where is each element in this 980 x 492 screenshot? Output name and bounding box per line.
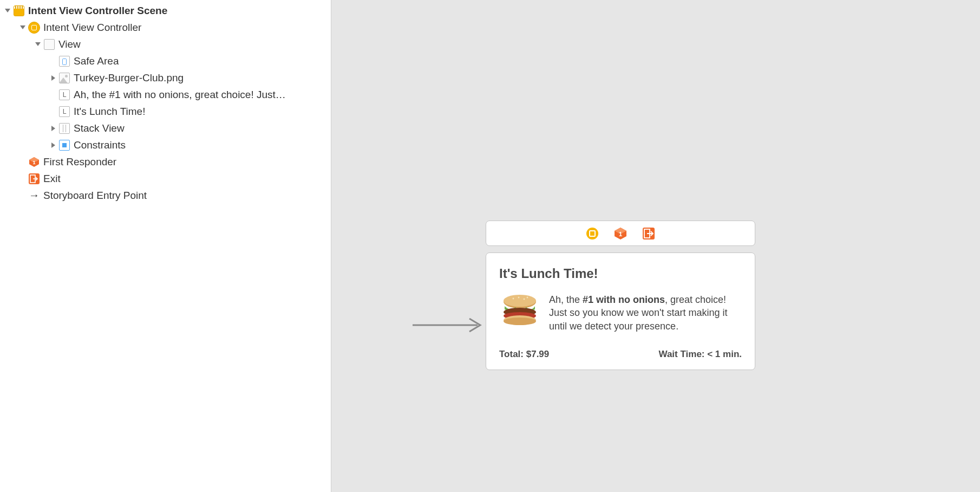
first-responder-icon: 1 [28,156,40,168]
disclosure-spacer [19,176,26,182]
disclosure-spacer [19,192,26,199]
label-icon: L [58,106,70,118]
disclosure-triangle-icon[interactable] [4,8,11,14]
tree-label: It's Lunch Time! [74,106,145,118]
tree-row-exit[interactable]: Exit [0,170,331,187]
disclosure-spacer [50,92,56,98]
burger-image [499,293,540,326]
total-label: Total: $7.99 [499,349,549,360]
tree-label: Intent View Controller [43,22,141,34]
tree-label: Safe Area [74,55,119,67]
exit-icon[interactable] [642,227,655,240]
preview-footer: Total: $7.99 Wait Time: < 1 min. [499,349,742,360]
imageview-icon [58,72,70,84]
intent-view-preview[interactable]: It's Lunch Time! Ah, the #1 [486,253,755,370]
tree-label: Intent View Controller Scene [28,5,167,17]
svg-point-5 [586,228,598,239]
tree-label: Constraints [74,139,126,151]
tree-row-label-1[interactable]: L Ah, the #1 with no onions, great choic… [0,86,331,103]
tree-row-scene[interactable]: Intent View Controller Scene [0,2,331,19]
view-icon [43,38,55,50]
scene-icon [13,5,25,17]
tree-row-stack-view[interactable]: Stack View [0,120,331,137]
tree-row-constraints[interactable]: Constraints [0,137,331,153]
scene-dock[interactable]: 1 [486,221,755,246]
tree-row-entry-point[interactable]: → Storyboard Entry Point [0,187,331,204]
preview-description: Ah, the #1 with no onions, great choice!… [549,293,742,333]
svg-point-21 [504,318,536,325]
storyboard-entry-arrow-icon[interactable] [413,314,488,336]
tree-row-label-2[interactable]: L It's Lunch Time! [0,103,331,120]
interface-builder-canvas[interactable]: 1 It's Lunch Time! [331,0,980,492]
svg-point-17 [527,297,528,299]
svg-text:1: 1 [619,231,622,237]
label-icon: L [58,89,70,101]
safe-area-icon [58,55,70,67]
svg-point-16 [524,299,525,300]
tree-label: Exit [43,173,61,185]
exit-icon [28,173,40,185]
tree-label: Storyboard Entry Point [43,190,147,202]
tree-label: First Responder [43,156,116,168]
disclosure-triangle-icon[interactable] [50,75,56,81]
tree-label: Stack View [74,122,125,134]
preview-body: Ah, the #1 with no onions, great choice!… [499,293,742,333]
svg-point-13 [504,295,536,307]
tree-row-image[interactable]: Turkey-Burger-Club.png [0,69,331,86]
view-controller-icon[interactable] [586,227,599,240]
constraints-icon [58,139,70,151]
tree-row-view[interactable]: View [0,36,331,53]
disclosure-triangle-icon[interactable] [19,24,26,31]
svg-point-15 [518,297,520,299]
tree-label: View [58,38,81,50]
view-controller-icon [28,22,40,34]
disclosure-triangle-icon[interactable] [50,142,56,148]
document-outline[interactable]: Intent View Controller Scene Intent View… [0,0,331,492]
svg-text:1: 1 [32,160,35,165]
tree-label: Turkey-Burger-Club.png [74,72,184,84]
svg-point-14 [513,298,514,300]
disclosure-spacer [50,58,56,64]
disclosure-triangle-icon[interactable] [35,41,41,48]
disclosure-spacer [50,108,56,115]
preview-title: It's Lunch Time! [499,266,742,281]
stackview-icon [58,122,70,134]
text-emphasis: #1 with no onions [583,294,665,305]
arrow-right-icon: → [28,190,40,202]
wait-time-label: Wait Time: < 1 min. [658,349,742,360]
disclosure-spacer [19,159,26,165]
tree-row-view-controller[interactable]: Intent View Controller [0,19,331,36]
first-responder-icon[interactable]: 1 [614,227,627,240]
tree-row-safe-area[interactable]: Safe Area [0,53,331,69]
text-prefix: Ah, the [549,294,583,305]
tree-label: Ah, the #1 with no onions, great choice!… [74,89,286,101]
disclosure-triangle-icon[interactable] [50,125,56,132]
tree-row-first-responder[interactable]: 1 First Responder [0,153,331,170]
